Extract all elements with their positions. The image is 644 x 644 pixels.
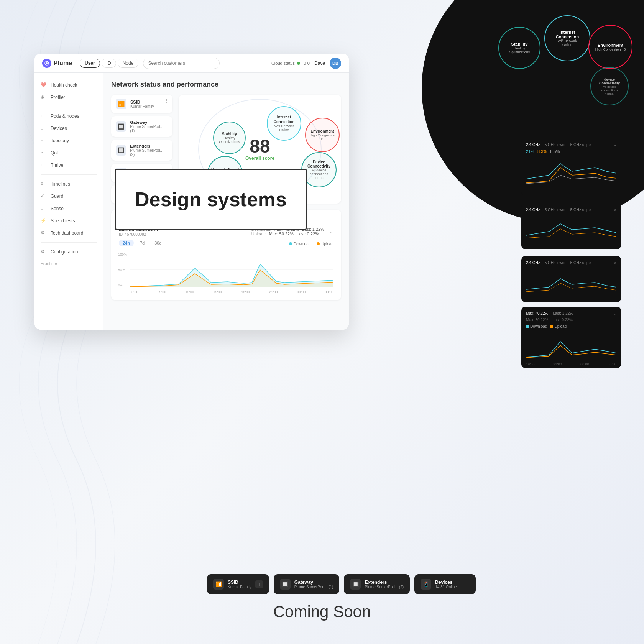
bubble-stability-title: Stability [222,132,237,136]
bottom-card-extenders[interactable]: 🔲 Extenders Plume SumerPod... (2) [344,574,410,594]
sidebar-item-configuration[interactable]: ⚙ Configuration [34,246,103,258]
bc-extenders-icon: 🔲 [350,579,361,590]
time-tab-24h[interactable]: 24h [119,240,134,246]
device-card-ssid[interactable]: 📶 SSID Kumar Family ⋮ [111,95,172,113]
wan-ul-label: Upload [554,324,567,329]
plume-logo-text: Plume [54,60,72,67]
bottom-card-gateway[interactable]: 🔲 Gateway Plume SumerPod... (1) [274,574,340,594]
dcp2-expand[interactable]: ∧ [614,208,616,212]
sidebar-item-pods-nodes[interactable]: ○ Pods & nodes [34,110,103,122]
speed-icon: ⚡ [41,218,47,224]
devices-icon: □ [41,125,47,131]
gateway-name: Gateway [130,120,168,125]
wan-dark-x-labels: 19:00 21:00 00:00 03:00 [526,362,616,366]
sidebar-item-devices[interactable]: □ Devices [34,122,103,135]
nav-pill-node[interactable]: Node [118,59,139,68]
sidebar-item-topology[interactable]: ⑂ Topology [34,135,103,147]
user-avatar[interactable]: DB [330,58,341,69]
legend-dl-dot [289,242,292,245]
dcp3-label-1: 2.4 GHz [526,261,540,265]
bc-extenders-sub: Plume SumerPod... (2) [365,585,404,589]
extenders-sub: Plume SumerPod... (2) [130,148,168,157]
dark-chart-panel-1: 2.4 GHz 5 GHz lower 5 GHz upper ⌄ 21% 8.… [521,138,621,196]
wan-dark-expand[interactable]: ⌄ [613,311,616,315]
sidebar-item-timelines[interactable]: ≡ Timelines [34,178,103,190]
node-environment-sub: High Congestion +3 [595,48,626,51]
sidebar-guard-label: Guard [51,194,63,199]
extenders-icon: 🔲 [116,145,126,156]
bottom-card-devices[interactable]: 📱 Devices 14/31 Online [414,574,476,594]
node-environment: Environment High Congestion +3 [588,25,632,69]
config-icon: ⚙ [41,249,47,255]
search-input[interactable] [143,58,220,69]
bc-ssid-info: SSID Kumar Family [228,580,251,589]
device-card-extenders[interactable]: 🔲 Extenders Plume SumerPod... (2) [111,140,172,161]
time-tab-7d[interactable]: 7d [136,240,148,246]
node-internet-connection: Internet Connection Wifi NetworkOnline [544,15,590,61]
ssid-name: SSID [130,100,154,104]
sidebar-sense-label: Sense [51,206,64,211]
wan-expand-icon[interactable]: ⌄ [329,228,334,235]
bc-gateway-name: Gateway [294,580,334,585]
sidebar-devices-label: Devices [51,126,67,131]
dcp2-label-2: 5 GHz lower [545,208,566,212]
center-score: 88 Overall score [245,137,274,161]
design-overlay: Design systems [115,169,307,230]
sidebar-item-sense[interactable]: □ Sense [34,202,103,215]
dcp1-expand[interactable]: ⌄ [613,143,616,147]
tech-icon: ⚙ [41,230,47,236]
sidebar-item-profiler[interactable]: ◉ Profiler [34,91,103,104]
wan-dl-dot [526,325,529,328]
score-label: Overall score [245,156,274,161]
dcp3-expand[interactable]: ∧ [614,261,616,265]
bc-gateway-sub: Plume SumerPod... (1) [294,585,334,589]
x-00: 00:00 [297,290,306,294]
sidebar-health-label: Health check [51,82,77,88]
bc-gateway-icon: 🔲 [280,579,291,590]
y-label-50: 50% [118,268,127,272]
dcp2-label-1: 2.4 GHz [526,208,540,212]
node-internet-sub: Wifi NetworkOnline [558,39,577,47]
cloud-status-label: Cloud status [271,61,295,66]
dcp1-val-2: 8.3% [537,149,547,154]
bubble-environment: Environment High Congestion+3 [305,118,340,152]
time-tab-30d[interactable]: 30d [151,240,165,246]
wan-x-1: 19:00 [526,362,535,366]
ssid-menu[interactable]: ⋮ [164,98,169,104]
coming-soon-text: Coming Soon [273,603,371,621]
sidebar-item-thrive[interactable]: ○ Thrive [34,159,103,171]
wan-controls: 24h 7d 30d Download Upload [119,240,334,250]
y-label-100: 100% [118,253,127,256]
wan-x-3: 00:00 [580,362,589,366]
bc-extenders-name: Extenders [365,580,404,585]
wan-chart-container: 100% 50% 0% [119,253,334,294]
wan-dark-chart [526,330,616,361]
wan-dark-sub: Max: 30.22% Last: 0.22% [526,318,616,322]
sidebar-item-guard[interactable]: ✓ Guard [34,190,103,202]
bubble-internet: Internet Connection Wifi NetworkOnline [267,106,301,141]
x-18: 18:00 [241,290,250,294]
nav-pill-id[interactable]: ID [102,59,116,68]
gateway-sub: Plume SumerPod... (1) [130,125,168,133]
dcp1-val-3: 6.5% [550,149,560,154]
bubble-stability-sub: HealthyOptimizations [219,136,240,144]
design-systems-text: Design systems [135,188,287,211]
sidebar-item-qoe[interactable]: ≈ QoE [34,147,103,159]
sense-icon: □ [41,205,47,212]
chart-legend: Download Upload [289,242,334,246]
top-bar: Plume User ID Node Cloud status 0-0 Dave… [34,54,349,73]
sidebar-item-tech-dashboard[interactable]: ⚙ Tech dashboard [34,227,103,239]
sidebar-topology-label: Topology [51,138,69,143]
legend-upload: Upload [317,242,334,246]
device-card-gateway[interactable]: 🔲 Gateway Plume SumerPod... (1) [111,116,172,137]
dcp1-values: 21% 8.3% 6.5% [526,149,616,154]
bottom-card-ssid[interactable]: 📶 SSID Kumar Family i [207,574,269,594]
thrive-icon: ○ [41,162,47,168]
x-15: 15:00 [213,290,222,294]
topology-icon: ⑂ [41,138,47,144]
nav-pill-user[interactable]: User [80,59,100,68]
dark-chart-panel-3: 2.4 GHz 5 GHz lower 5 GHz upper ∧ [521,256,621,302]
sidebar-item-speed-tests[interactable]: ⚡ Speed tests [34,215,103,227]
dark-chart-panel-2: 2.4 GHz 5 GHz lower 5 GHz upper ∧ [521,203,621,249]
sidebar-item-health-check[interactable]: ❤️ Health check [34,79,103,91]
